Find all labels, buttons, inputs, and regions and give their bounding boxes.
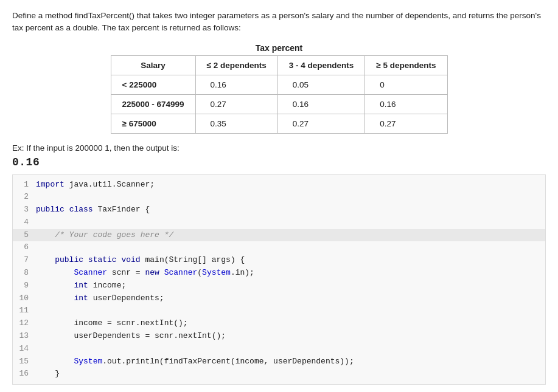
col-header-dep5: ≥ 5 dependents <box>365 55 447 75</box>
line-number: 4 <box>13 216 36 229</box>
code-line-10: 10 int userDependents; <box>13 292 545 305</box>
salary-cell: ≥ 675000 <box>111 114 195 133</box>
line-number: 10 <box>13 292 36 305</box>
code-line-6: 6 <box>13 241 545 254</box>
line-number: 9 <box>13 280 36 292</box>
val-cell: 0.05 <box>277 75 365 94</box>
code-content <box>36 343 41 356</box>
example-output: 0.16 <box>12 156 546 168</box>
code-line-2: 2 <box>13 191 545 204</box>
code-line-5: 5 /* Your code goes here */ <box>13 229 545 242</box>
line-number: 8 <box>13 267 36 280</box>
code-content: int income; <box>36 280 126 292</box>
line-number: 7 <box>13 254 36 267</box>
code-content <box>36 241 41 254</box>
code-content: /* Your code goes here */ <box>36 229 173 242</box>
col-header-dep34: 3 - 4 dependents <box>277 55 365 75</box>
tax-table: Salary ≤ 2 dependents 3 - 4 dependents ≥… <box>111 55 448 134</box>
val-cell: 0.16 <box>195 75 277 94</box>
code-line-9: 9 int income; <box>13 280 545 292</box>
val-cell: 0 <box>365 75 447 94</box>
val-cell: 0.27 <box>195 94 277 114</box>
code-content: Scanner scnr = new Scanner(System.in); <box>36 267 254 280</box>
code-line-4: 4 <box>13 216 545 229</box>
code-block: 1 import java.util.Scanner; 2 3 public c… <box>12 174 546 385</box>
col-header-dep2: ≤ 2 dependents <box>195 55 277 75</box>
val-cell: 0.27 <box>277 114 365 133</box>
code-content: public class TaxFinder { <box>36 204 150 216</box>
line-number: 16 <box>13 368 36 380</box>
val-cell: 0.27 <box>365 114 447 133</box>
salary-cell: < 225000 <box>111 75 195 94</box>
code-content: } <box>36 368 60 380</box>
description-text: Define a method findTaxPercent() that ta… <box>12 10 546 35</box>
code-line-1: 1 import java.util.Scanner; <box>13 179 545 191</box>
code-content: System.out.println(findTaxPercent(income… <box>36 356 354 368</box>
line-number: 11 <box>13 304 36 317</box>
table-row: ≥ 675000 0.35 0.27 0.27 <box>111 114 447 133</box>
code-content <box>36 304 41 317</box>
code-content: public static void main(String[] args) { <box>36 254 245 267</box>
line-number: 13 <box>13 330 36 343</box>
code-content: userDependents = scnr.nextInt(); <box>36 330 226 343</box>
code-content <box>36 191 41 204</box>
line-number: 1 <box>13 179 36 191</box>
code-line-13: 13 userDependents = scnr.nextInt(); <box>13 330 545 343</box>
val-cell: 0.16 <box>365 94 447 114</box>
code-line-15: 15 System.out.println(findTaxPercent(inc… <box>13 356 545 368</box>
table-row: 225000 - 674999 0.27 0.16 0.16 <box>111 94 447 114</box>
line-number: 3 <box>13 204 36 216</box>
example-text: Ex: If the input is 200000 1, then the o… <box>12 143 546 153</box>
code-line-7: 7 public static void main(String[] args)… <box>13 254 545 267</box>
code-line-14: 14 <box>13 343 545 356</box>
line-number: 5 <box>13 229 36 242</box>
table-title: Tax percent <box>12 43 546 53</box>
line-number: 15 <box>13 356 36 368</box>
code-line-11: 11 <box>13 304 545 317</box>
code-content: income = scnr.nextInt(); <box>36 317 188 330</box>
line-number: 12 <box>13 317 36 330</box>
code-content: import java.util.Scanner; <box>36 179 155 191</box>
val-cell: 0.16 <box>277 94 365 114</box>
code-content <box>36 216 41 229</box>
table-row: < 225000 0.16 0.05 0 <box>111 75 447 94</box>
code-line-12: 12 income = scnr.nextInt(); <box>13 317 545 330</box>
line-number: 2 <box>13 191 36 204</box>
val-cell: 0.35 <box>195 114 277 133</box>
code-content: int userDependents; <box>36 292 164 305</box>
code-line-3: 3 public class TaxFinder { <box>13 204 545 216</box>
code-line-8: 8 Scanner scnr = new Scanner(System.in); <box>13 267 545 280</box>
code-line-16: 16 } <box>13 368 545 380</box>
line-number: 6 <box>13 241 36 254</box>
salary-cell: 225000 - 674999 <box>111 94 195 114</box>
line-number: 14 <box>13 343 36 356</box>
col-header-salary: Salary <box>111 55 195 75</box>
